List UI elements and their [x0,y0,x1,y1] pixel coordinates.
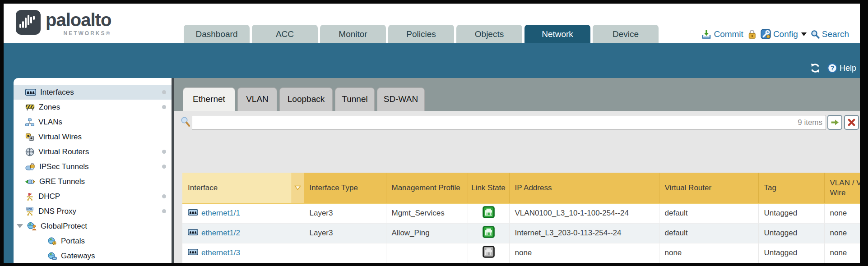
lock-icon[interactable] [747,29,757,39]
virtual-wires-icon [25,133,34,141]
chevron-down-icon [801,32,807,36]
col-header-ip-address[interactable]: IP Address [509,173,659,203]
tab-acc[interactable]: ACC [252,25,318,43]
config-label: Config [773,29,798,39]
clear-filter-button[interactable] [844,115,859,130]
filter-input[interactable] [192,115,826,130]
portals-icon [48,237,57,245]
search-label: Search [822,29,849,39]
interface-subtabs: Ethernet VLAN Loopback Tunnel SD-WAN [183,87,425,111]
col-header-interface-type[interactable]: Interface Type [304,173,386,203]
help-label: Help [840,64,856,73]
tab-network[interactable]: Network [525,25,590,43]
ethernet-port-icon [188,229,198,238]
cell-vlan: none [824,203,860,223]
cell-tag: Untagged [758,223,824,243]
col-header-link-state[interactable]: Link State [468,173,509,203]
table-header-row: Interface Interface Type Management Prof… [182,173,860,203]
search-button[interactable]: Search [811,29,849,39]
subtab-tunnel[interactable]: Tunnel [335,87,375,111]
sidebar-item-globalprotect[interactable]: GlobalProtect [14,219,172,234]
tab-policies[interactable]: Policies [388,25,454,43]
interfaces-table: Interface Interface Type Management Prof… [182,173,860,263]
cell-tag: Untagged [758,243,824,263]
svg-text:IP: IP [28,192,32,197]
refresh-icon[interactable] [810,63,821,73]
green-arrow-icon [830,118,840,127]
subtab-sdwan[interactable]: SD-WAN [377,87,425,111]
brand-wordmark: paloalto [46,9,111,30]
sidebar-item-virtual-wires[interactable]: Virtual Wires [14,129,172,144]
cell-virtual-router: default [659,223,758,243]
commit-label: Commit [714,29,743,39]
subtab-ethernet[interactable]: Ethernet [183,87,235,111]
sidebar-item-label: Gateways [61,252,95,261]
sidebar-item-zones[interactable]: Zones [14,100,172,115]
interface-link[interactable]: ethernet1/3 [201,248,240,257]
sidebar-item-gre-tunnels[interactable]: GRE Tunnels [14,174,172,189]
header-actions: Commit Config [701,25,849,43]
apply-filter-button[interactable] [827,115,842,130]
cell-management-profile [386,243,468,263]
col-header-vlan-virtual-wire[interactable]: VLAN / Virtual Wire [824,173,860,203]
cell-ip-address: none [509,243,659,263]
status-dot [162,165,166,169]
tab-device[interactable]: Device [593,25,659,43]
sidebar-item-interfaces[interactable]: Interfaces [14,85,172,100]
sidebar-item-label: Virtual Routers [38,147,89,156]
commit-button[interactable]: Commit [701,29,743,39]
sidebar-item-label: DNS Proxy [38,207,76,216]
cell-link-state [468,203,509,223]
sidebar-item-gateways[interactable]: Gateways [14,248,172,263]
cell-interface-type: Layer3 [304,203,386,223]
tab-objects[interactable]: Objects [456,25,522,43]
expander-icon[interactable] [17,224,23,228]
paloalto-logo-icon [15,9,41,35]
table-row[interactable]: ethernet1/3 none none Untagged none [182,243,860,263]
cell-ip-address: Internet_L3_203-0-113-254--24 [509,223,659,243]
sort-triangle-icon [294,185,301,190]
sidebar-item-dhcp[interactable]: IP DHCP [14,189,172,204]
interface-link[interactable]: ethernet1/2 [201,229,240,238]
gre-tunnels-icon [25,178,35,186]
subtab-vlan[interactable]: VLAN [237,87,277,111]
column-filter-dropdown[interactable] [292,173,304,203]
help-icon: ? [827,63,838,73]
sidebar-item-dns-proxy[interactable]: DNS DNS Proxy [14,204,172,219]
network-sidebar: Interfaces Zones VLANs Virtual Wires [14,78,172,263]
sidebar-item-portals[interactable]: Portals [14,234,172,248]
virtual-routers-icon [25,147,34,156]
sidebar-item-virtual-routers[interactable]: Virtual Routers [14,144,172,159]
tab-monitor[interactable]: Monitor [320,25,386,43]
top-header: paloalto NETWORKS® Dashboard ACC Monitor… [4,4,860,43]
ipsec-tunnels-icon [25,163,35,171]
interface-link[interactable]: ethernet1/1 [201,209,240,218]
table-row[interactable]: ethernet1/1 Layer3 Mgmt_Services VLAN010… [182,203,860,223]
sidebar-item-vlans[interactable]: VLANs [14,115,172,129]
dhcp-icon: IP [25,192,34,201]
main-nav-tabs: Dashboard ACC Monitor Policies Objects N… [184,25,659,43]
status-dot [162,150,166,154]
sidebar-item-label: GRE Tunnels [39,177,85,186]
config-menu[interactable]: Config [761,29,807,39]
svg-text:?: ? [831,64,835,72]
help-button[interactable]: ? Help [827,63,856,73]
dns-proxy-icon: DNS [25,207,34,216]
col-header-interface[interactable]: Interface [182,173,304,203]
globalprotect-icon [27,222,37,230]
col-header-tag[interactable]: Tag [758,173,824,203]
tab-dashboard[interactable]: Dashboard [184,25,250,43]
app-window: paloalto NETWORKS® Dashboard ACC Monitor… [4,4,860,263]
col-header-management-profile[interactable]: Management Profile [386,173,468,203]
content-panel: 9 items Interfa [174,111,860,263]
sidebar-item-label: Interfaces [40,88,74,97]
col-header-virtual-router[interactable]: Virtual Router [659,173,758,203]
link-up-icon [483,206,495,218]
screenshot-frame: paloalto NETWORKS® Dashboard ACC Monitor… [0,0,868,266]
table-row[interactable]: ethernet1/2 Layer3 Allow_Ping Internet_L… [182,223,860,243]
subtab-loopback[interactable]: Loopback [279,87,333,111]
cell-vlan: none [824,223,860,243]
cell-interface-type: Layer3 [304,223,386,243]
sidebar-item-ipsec-tunnels[interactable]: IPSec Tunnels [14,159,172,174]
link-down-icon [483,246,495,258]
